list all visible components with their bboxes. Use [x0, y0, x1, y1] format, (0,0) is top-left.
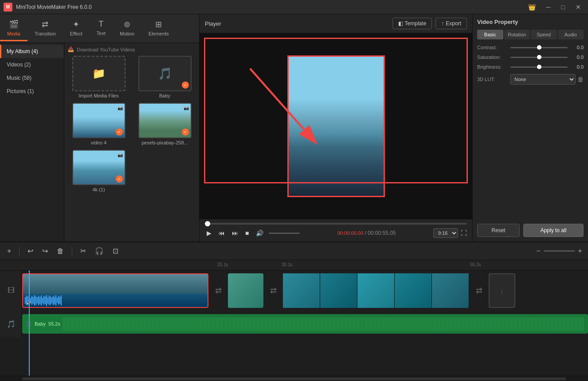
zoom-out-button[interactable]: －: [535, 246, 542, 256]
scrubber-head[interactable]: [205, 221, 210, 226]
multi-segment-clip[interactable]: [283, 273, 469, 308]
transition-slot-3[interactable]: ⇄: [469, 273, 489, 308]
pexels-media-item[interactable]: 📷 ✓ pexels-pixabay-258...: [134, 103, 196, 145]
brightness-value: 0.0: [570, 64, 584, 70]
toolbar-effect[interactable]: ✦ Effect: [63, 16, 90, 41]
import-label: Import Media Files: [78, 93, 118, 98]
check-badge-v4: ✓: [116, 128, 123, 136]
brightness-slider[interactable]: [510, 66, 568, 68]
minimize-button[interactable]: ─: [543, 2, 554, 12]
import-thumb[interactable]: 📁: [72, 56, 125, 91]
fullscreen-button[interactable]: ⛶: [461, 229, 467, 237]
4k-media-item[interactable]: 📷 ✓ 4k (1): [68, 150, 129, 192]
elements-icon: ⊞: [155, 19, 162, 29]
album-pictures[interactable]: Pictures (1): [0, 85, 64, 98]
audio-detach-button[interactable]: 🎧: [92, 245, 106, 257]
toolbar-text[interactable]: T Text: [90, 16, 113, 41]
4k-thumb[interactable]: 📷 ✓: [72, 150, 125, 185]
toolbar-transition-label: Transition: [35, 31, 56, 36]
clip-seg-3: [357, 273, 395, 308]
small-clip-1[interactable]: [228, 273, 263, 308]
media-grid: 📁 Import Media Files 🎵 ✓ Baby: [68, 56, 196, 192]
cut-button[interactable]: ✂: [78, 245, 89, 257]
contrast-slider[interactable]: [510, 47, 568, 48]
download-bar[interactable]: 📥 Download YouTube Videos: [68, 47, 196, 52]
volume-slider[interactable]: [269, 233, 300, 234]
brightness-slider-wrap: 0.0: [510, 64, 584, 70]
transition-slot-2[interactable]: ⇄: [263, 273, 283, 308]
folder-icon: 📁: [92, 67, 106, 80]
toolbar-elements[interactable]: ⊞ Elements: [141, 16, 176, 41]
add-track-button[interactable]: +: [4, 245, 14, 257]
toolbar-transition[interactable]: ⇄ Transition: [27, 16, 63, 41]
timeline-scrollbar[interactable]: [0, 376, 588, 381]
right-controls: 9:16 16:9 1:1 ⛶: [433, 228, 467, 238]
tab-speed[interactable]: Speed: [531, 30, 557, 39]
baby-media-item[interactable]: 🎵 ✓ Baby: [134, 56, 196, 98]
lut-delete-button[interactable]: 🗑: [577, 76, 584, 83]
delete-button[interactable]: 🗑: [54, 245, 67, 257]
tab-audio[interactable]: Audio: [558, 30, 584, 39]
app-title: MiniTool MovieMaker Free 6.0.0: [16, 4, 92, 10]
baby-thumb[interactable]: 🎵 ✓: [138, 56, 192, 91]
video4-thumb[interactable]: 📷 ✓: [72, 103, 125, 138]
album-music[interactable]: Music (58): [0, 71, 64, 85]
zoom-slider[interactable]: [544, 250, 575, 252]
close-button[interactable]: ✕: [572, 2, 584, 12]
albums-sidebar: My Album (4) Videos (2) Music (58) Pictu…: [0, 43, 64, 241]
lut-selector[interactable]: None: [510, 74, 576, 85]
import-media-item[interactable]: 📁 Import Media Files: [68, 56, 129, 98]
crown-button[interactable]: 👑: [525, 2, 539, 12]
player-title: Player: [205, 20, 221, 27]
export-icon: ↑: [441, 20, 444, 27]
player-header: Player ◧ Template ↑ Export: [200, 14, 472, 33]
redo-button[interactable]: ↪: [39, 245, 51, 257]
tab-rotation[interactable]: Rotation: [504, 30, 530, 39]
time-current: 00:00:00.00: [337, 230, 363, 236]
prev-frame-button[interactable]: ⏮: [217, 229, 227, 237]
template-button[interactable]: ◧ Template: [392, 18, 432, 29]
undo-button[interactable]: ↩: [25, 245, 36, 257]
export-button[interactable]: ↑ Export: [435, 18, 467, 29]
stop-button[interactable]: ■: [243, 229, 251, 237]
title-bar: M MiniTool MovieMaker Free 6.0.0 👑 ─ □ ✕: [0, 0, 588, 14]
toolbar-motion[interactable]: ⊚ Motion: [113, 16, 141, 41]
maximize-button[interactable]: □: [558, 2, 568, 12]
template-icon: ◧: [398, 20, 403, 27]
zoom-in-button[interactable]: ＋: [576, 246, 584, 256]
scroll-track[interactable]: [22, 377, 566, 380]
toolbar-separator-1: [19, 247, 20, 256]
main-video-clip[interactable]: 🔊: [22, 273, 208, 308]
timeline-tracks: 🎞 🔊 ⇄ ⇄: [0, 271, 588, 376]
property-tabs: Basic Rotation Speed Audio: [477, 30, 584, 39]
empty-clip-placeholder[interactable]: ↓: [489, 273, 515, 308]
saturation-slider[interactable]: [510, 57, 568, 58]
play-button[interactable]: ▶: [205, 229, 213, 237]
left-panel: 🎬 Media ⇄ Transition ✦ Effect T Text ⊚ M…: [0, 14, 200, 241]
album-my-album[interactable]: My Album (4): [0, 45, 64, 58]
next-frame-button[interactable]: ⏭: [230, 229, 240, 237]
video-track-icon: 🎞: [8, 287, 15, 295]
timeline-scrubber[interactable]: [205, 223, 467, 225]
clip-sound-icon: 🔊: [26, 300, 31, 305]
saturation-value: 0.0: [570, 54, 584, 60]
brightness-row: Brightness: 0.0: [477, 64, 584, 70]
timeline-right-controls: － ＋: [535, 246, 584, 256]
motion-icon: ⊚: [124, 19, 130, 29]
video4-media-item[interactable]: 📷 ✓ video 4: [68, 103, 129, 145]
contrast-slider-wrap: 0.0: [510, 45, 584, 50]
text-icon: T: [98, 19, 103, 29]
album-videos[interactable]: Videos (2): [0, 58, 64, 71]
volume-button[interactable]: 🔊: [254, 229, 265, 237]
audio-clip[interactable]: 🎵 Baby 55.2s: [22, 314, 588, 334]
pexels-thumb[interactable]: 📷 ✓: [138, 103, 192, 138]
baby-label: Baby: [159, 93, 170, 98]
audio-clip-name: Baby: [35, 321, 46, 327]
aspect-ratio-selector[interactable]: 9:16 16:9 1:1: [433, 228, 458, 238]
apply-all-button[interactable]: Apply to all: [523, 224, 584, 237]
reset-button[interactable]: Reset: [477, 224, 520, 237]
crop-button[interactable]: ⊡: [110, 245, 121, 257]
toolbar-media[interactable]: 🎬 Media: [0, 16, 27, 41]
tab-basic[interactable]: Basic: [477, 30, 503, 39]
transition-slot-1[interactable]: ⇄: [208, 273, 228, 308]
